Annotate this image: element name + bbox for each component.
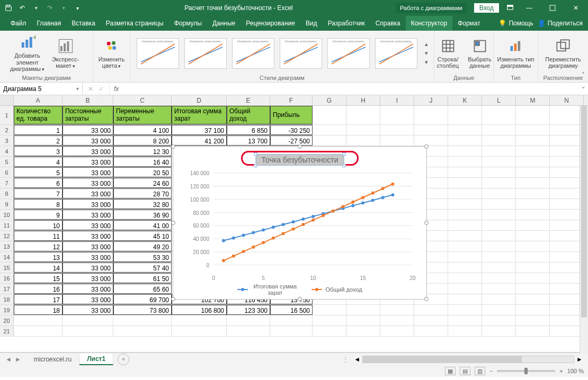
table-header-cell[interactable]: Прибыль [270, 106, 313, 124]
cell[interactable] [414, 315, 448, 325]
cell[interactable] [448, 326, 482, 336]
cell[interactable] [550, 326, 584, 336]
cell[interactable] [550, 315, 584, 325]
fx-icon[interactable]: fx [110, 83, 123, 95]
cell[interactable]: 6 850 [227, 125, 270, 135]
cell[interactable]: 3 [14, 146, 63, 156]
cell[interactable] [448, 188, 482, 198]
resize-handle[interactable] [298, 297, 302, 301]
cell[interactable] [550, 273, 584, 283]
ribbon-tab-формулы[interactable]: Формулы [169, 16, 207, 31]
table-header-cell[interactable]: Итоговая сумма зарат [172, 106, 227, 124]
cell[interactable] [380, 326, 414, 336]
cell[interactable] [516, 231, 550, 241]
cell[interactable]: 33 000 [63, 210, 113, 220]
cell[interactable]: 57 40 [113, 263, 172, 273]
cell[interactable] [550, 157, 584, 167]
row-header[interactable]: 21 [0, 326, 14, 336]
cell[interactable]: 2 [14, 135, 63, 146]
row-header[interactable]: 17 [0, 284, 14, 294]
resize-handle[interactable] [424, 297, 429, 301]
cell[interactable]: 37 100 [172, 125, 227, 135]
row-header[interactable]: 1 [0, 106, 14, 124]
cell[interactable]: 11 [14, 231, 63, 241]
cell[interactable] [414, 106, 448, 124]
cell[interactable]: 106 800 [172, 305, 227, 315]
cell[interactable]: 33 000 [63, 305, 113, 315]
cell[interactable]: 4 100 [113, 125, 172, 135]
cell[interactable] [482, 178, 516, 188]
sheet-nav-prev-icon[interactable]: ◄ [5, 356, 12, 363]
move-chart-button[interactable]: Переместить диаграмму [541, 38, 585, 69]
cancel-formula-icon[interactable]: ✕ [88, 85, 93, 93]
resize-handle[interactable] [171, 297, 175, 301]
cell[interactable] [550, 252, 584, 262]
cell[interactable]: 16 40 [113, 157, 172, 167]
cell[interactable] [516, 284, 550, 294]
table-header-cell[interactable]: Переменные затраты [113, 106, 172, 124]
cell[interactable] [516, 178, 550, 188]
row-header[interactable]: 18 [0, 294, 14, 304]
cell[interactable] [482, 284, 516, 294]
ribbon-tab-рецензирование[interactable]: Рецензирование [240, 16, 300, 31]
vertical-scrollbar[interactable] [580, 106, 588, 354]
sheet-tab-inactive[interactable]: microexcel.ru [26, 354, 79, 365]
cell[interactable]: 33 000 [63, 135, 113, 146]
cell[interactable]: 33 000 [63, 167, 113, 177]
close-button[interactable]: ✕ [568, 0, 584, 16]
select-data-button[interactable]: Выбрать данные [467, 38, 493, 69]
cell[interactable]: 4 [14, 157, 63, 167]
chart-style-thumb[interactable]: Название диаграммы [327, 38, 370, 69]
zoom-slider[interactable] [497, 370, 555, 372]
cell[interactable] [414, 326, 448, 336]
cell[interactable] [346, 305, 380, 315]
cell[interactable]: 10 [14, 220, 63, 230]
row-header[interactable]: 5 [0, 157, 14, 167]
column-header[interactable]: J [414, 95, 448, 105]
cell[interactable] [270, 315, 313, 325]
column-header[interactable]: E [227, 95, 270, 105]
resize-handle[interactable] [424, 144, 429, 149]
cell[interactable] [516, 210, 550, 220]
row-header[interactable]: 7 [0, 178, 14, 188]
cell[interactable] [448, 146, 482, 156]
resize-handle[interactable] [424, 221, 429, 225]
change-colors-button[interactable]: Изменить цвета [95, 38, 128, 69]
ribbon-tab-вид[interactable]: Вид [300, 16, 323, 31]
zoom-out-icon[interactable]: − [489, 368, 493, 374]
cell[interactable]: 33 000 [63, 284, 113, 294]
cell[interactable]: 15 [14, 273, 63, 283]
cell[interactable] [516, 294, 550, 304]
ribbon-tab-вставка[interactable]: Вставка [66, 16, 101, 31]
cell[interactable] [550, 135, 584, 146]
cell[interactable] [113, 326, 172, 336]
cell[interactable] [313, 315, 346, 325]
cell[interactable]: 13 [14, 252, 63, 262]
cell[interactable] [482, 252, 516, 262]
cell[interactable] [414, 135, 448, 146]
cell[interactable] [414, 305, 448, 315]
cell[interactable] [550, 220, 584, 230]
maximize-button[interactable] [545, 0, 560, 16]
zoom-level[interactable]: 100 % [567, 368, 584, 374]
cell[interactable]: -27 500 [270, 135, 313, 146]
cell[interactable] [448, 273, 482, 283]
row-header[interactable]: 12 [0, 231, 14, 241]
cell[interactable] [550, 146, 584, 156]
formula-input[interactable] [123, 83, 578, 95]
change-chart-type-button[interactable]: Изменить тип диаграммы [497, 38, 535, 69]
cell[interactable]: 49 20 [113, 241, 172, 251]
share-button[interactable]: 👤Поделиться [538, 20, 583, 27]
cell[interactable] [63, 315, 113, 325]
cell[interactable] [313, 305, 346, 315]
column-header[interactable]: I [380, 95, 414, 105]
cell[interactable]: 13 700 [227, 135, 270, 146]
cell[interactable] [414, 125, 448, 135]
ribbon-tab-разработчик[interactable]: Разработчик [323, 16, 370, 31]
cell[interactable]: 33 000 [63, 263, 113, 273]
row-header[interactable]: 13 [0, 241, 14, 251]
cell[interactable] [346, 106, 380, 124]
cell[interactable] [516, 188, 550, 198]
cell[interactable]: 33 000 [63, 220, 113, 230]
cell[interactable] [380, 135, 414, 146]
